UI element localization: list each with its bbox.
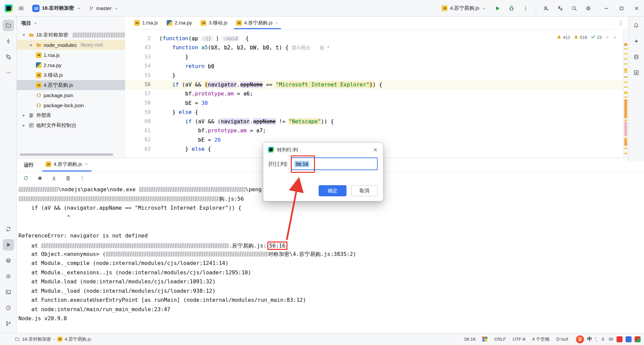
rerun-icon[interactable] [22,174,30,182]
line-number[interactable]: 63 [125,146,159,152]
console-line[interactable]: at Module._load (node:internal/modules/c… [18,288,642,297]
project-widget[interactable]: 18 18.非对称加密 [30,3,84,14]
console-line[interactable]: at node:internal/main/run_main_module:23… [18,306,642,316]
clear-console-icon[interactable] [64,174,72,182]
more-actions-icon[interactable] [520,3,531,14]
structure-tool-icon[interactable] [3,51,14,63]
code-line[interactable]: 55 } [125,71,623,80]
ok-button[interactable]: 确定 [319,185,346,196]
problems-tool-icon[interactable] [3,302,14,314]
tree-item[interactable]: ▾18.非对称加密 [16,30,125,40]
code-line[interactable]: 43 function a5(bX, b2, b3, bW, b0, t) { … [125,43,623,53]
dialog-title-bar[interactable]: 转到行:列 [263,143,383,157]
tree-item[interactable]: package.json [16,90,125,100]
breadcrumb-project[interactable]: 18.非对称加密 [22,336,51,342]
goto-line-input[interactable]: 56:16 [291,157,378,170]
horizontal-scrollbar[interactable] [20,153,113,156]
line-number[interactable]: 58 [125,100,159,106]
close-button[interactable] [629,0,644,16]
console-output[interactable]: \nodejs\package\node.exe \peng-python-cr… [16,185,644,333]
editor-tab[interactable]: 4.苏宁易购.js [232,16,283,29]
ime-punctuation-mode[interactable]: ', [595,337,597,342]
file-encoding[interactable]: UTF-8 [513,337,525,342]
line-number[interactable]: 57 [125,91,159,97]
project-tool-icon[interactable] [3,20,14,31]
debug-button[interactable] [506,3,517,14]
notifications-bell-icon[interactable] [631,20,642,31]
console-line[interactable]: at .苏宁易购.js:56:16 [18,242,642,251]
editor-tab[interactable]: 1.rsa.js [130,16,162,29]
ai-assistant-icon[interactable] [631,36,642,47]
chevron-icon[interactable]: ▸ [29,43,34,47]
tree-item[interactable]: 1.rsa.js [16,50,125,60]
inspections-widget[interactable]: 412 516 23 [554,33,620,41]
code-line[interactable]: 53 } [125,52,623,62]
database-tool-icon[interactable] [631,51,642,63]
microphone-icon[interactable] [600,337,605,342]
indent-setting[interactable]: 4 个空格 [532,336,549,342]
commit-tool-icon[interactable] [3,36,14,47]
main-menu-icon[interactable] [15,3,27,14]
console-line[interactable] [18,223,642,232]
line-number[interactable]: 59 [125,109,159,115]
ime-toolbox-icon[interactable] [616,336,623,342]
project-panel-header[interactable]: 项目 [16,16,125,30]
line-number[interactable]: 56 [125,81,159,87]
chevron-icon[interactable]: ▸ [21,123,26,128]
console-line[interactable]: at Module.load (node:internal/modules/cj… [18,278,642,288]
line-number[interactable]: 43 [125,45,159,51]
caret-position[interactable]: 56:16 [464,337,476,342]
line-number[interactable]: 2 [125,36,159,42]
ime-misc-icon[interactable] [635,336,641,342]
code-line[interactable]: 58 bE = 30 [125,98,623,108]
translation-tool-icon[interactable] [631,67,642,78]
line-number[interactable]: 55 [125,72,159,78]
next-issue-icon[interactable] [613,35,617,40]
tab-options-icon[interactable] [616,19,625,27]
code-line[interactable]: 57 bf.prototype.am = a6; [125,89,623,98]
line-number[interactable]: 62 [125,137,159,143]
inspection-stripe[interactable] [623,29,629,158]
cancel-button[interactable]: 取消 [351,185,378,196]
dialog-close-icon[interactable] [372,147,378,153]
editor-tab[interactable]: 3.移动.js [196,16,232,29]
chevron-icon[interactable]: ▾ [21,32,26,37]
tree-item[interactable]: 2.rsa.py [16,60,125,70]
minimize-button[interactable] [599,0,614,16]
editor-tab[interactable]: 2.rsa.py [162,16,197,29]
vcs-tool-icon[interactable] [3,318,14,329]
endpoints-tool-icon[interactable] [3,271,14,282]
tree-item[interactable]: package-lock.json [16,100,125,110]
line-ending[interactable]: CRLF [494,337,506,342]
console-line[interactable]: if (aV && (navigator.appName == "Microso… [18,205,642,214]
sogou-ime-icon[interactable]: S [576,335,584,343]
tree-item[interactable]: ▸node_moduleslibrary root [16,40,125,50]
console-line[interactable]: ReferenceError: navigator is not defined [18,232,642,242]
maximize-button[interactable] [614,0,629,16]
settings-gear-icon[interactable] [583,3,594,14]
console-line[interactable]: at Object.<anonymous> (对称加密\4.苏宁易购.js:38… [18,251,642,260]
console-line[interactable]: at Module._extensions..js (node:internal… [18,269,642,279]
tree-item[interactable]: ▸外部库 [16,110,125,120]
code-line[interactable]: 56 if (aV && (navigator.appName == "Micr… [125,80,623,89]
console-line[interactable]: ^ [18,214,642,223]
code-editor[interactable]: 2(function(ap :{} ) :void {43 function a… [125,29,623,158]
terminal-tool-icon[interactable] [3,286,14,298]
code-line[interactable]: 59 } else { [125,108,623,117]
keyboard-icon[interactable] [608,337,613,342]
tree-item[interactable]: 4.苏宁易购.js [16,80,125,90]
sync-tool-icon[interactable] [3,223,14,235]
code-line[interactable]: 60 if (aV && (navigator.appName != "Nets… [125,117,623,126]
chevron-icon[interactable]: ▸ [21,113,26,118]
prev-issue-icon[interactable] [605,35,609,40]
close-tab-icon[interactable] [85,162,88,166]
tree-item[interactable]: ▸临时文件和控制台 [16,120,125,130]
code-line[interactable]: 2(function(ap :{} ) :void { [125,34,623,43]
code-with-me-icon[interactable] [540,3,552,14]
branch-widget[interactable]: master [87,4,121,13]
ime-grid-icon[interactable] [626,336,632,342]
line-number[interactable]: 60 [125,118,159,124]
search-icon[interactable] [569,3,580,14]
scroll-to-end-icon[interactable] [50,174,58,182]
run-tool-icon[interactable] [3,239,14,251]
